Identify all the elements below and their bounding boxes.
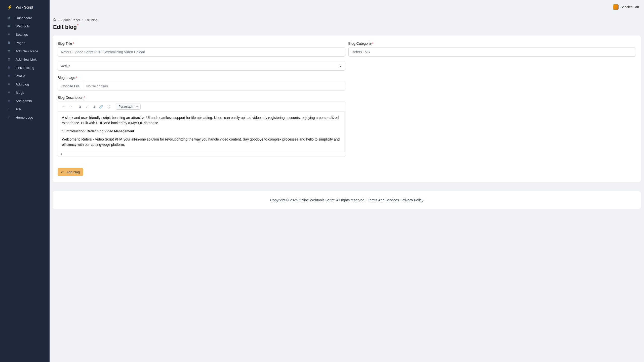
svg-point-9 xyxy=(9,110,9,110)
add-blog-button[interactable]: ▭ Add blog xyxy=(58,168,83,176)
sidebar-item-label: Blogs xyxy=(16,91,24,95)
file-status: No file chosen xyxy=(83,82,345,90)
layers-icon xyxy=(7,50,11,53)
svg-point-7 xyxy=(8,109,8,109)
italic-button[interactable]: I xyxy=(84,103,90,110)
sidebar-item-profile[interactable]: Profile xyxy=(0,72,50,80)
title-input[interactable] xyxy=(58,48,345,57)
file-input[interactable]: Choose File No file chosen xyxy=(58,82,345,90)
form-card: Blog Title* Blog Categorie* Active Blog xyxy=(53,35,641,182)
editor-body[interactable]: A sleek and user-friendly script, boasti… xyxy=(58,112,345,152)
doc-icon xyxy=(7,41,11,45)
user-menu[interactable]: Saadiee Lab xyxy=(613,4,639,10)
image-label: Blog image* xyxy=(58,76,345,80)
category-input[interactable] xyxy=(348,48,636,57)
sidebar-item-label: Dashboard xyxy=(16,16,32,20)
terms-link[interactable]: Terms And Services xyxy=(368,198,399,202)
sidebar-item-label: Links Listing xyxy=(16,66,34,70)
gear-icon xyxy=(7,99,11,103)
svg-point-10 xyxy=(8,117,8,118)
user-name: Saadiee Lab xyxy=(621,5,639,9)
sidebar-item-label: Profile xyxy=(16,74,25,78)
home-icon[interactable] xyxy=(53,18,56,22)
sidebar-item-label: Add admin xyxy=(16,99,32,103)
status-select[interactable]: Active xyxy=(58,62,345,71)
gear-icon xyxy=(7,74,11,78)
sidebar-item-label: Add blog xyxy=(16,82,29,86)
brand: ⚡ Ws - Script xyxy=(0,5,50,14)
rich-editor: ↶ ↷ B I U 🔗 ⛶ Paragraph xyxy=(58,102,345,157)
gear-icon xyxy=(7,33,11,36)
sidebar-item-add-new-link[interactable]: Add New Link xyxy=(0,55,50,64)
sidebar-item-webtools[interactable]: Webtools xyxy=(0,22,50,30)
breadcrumb: / Admin Panel / Edit blog xyxy=(53,14,641,23)
svg-point-11 xyxy=(9,116,9,117)
footer-copy: Copyright © 2024 Online Webtools Script.… xyxy=(270,198,365,202)
pie-icon xyxy=(7,16,11,20)
save-icon: ▭ xyxy=(61,170,64,174)
sidebar-item-pages[interactable]: Pages xyxy=(0,39,50,47)
sidebar-item-dashboard[interactable]: Dashboard xyxy=(0,14,50,22)
svg-rect-1 xyxy=(8,26,10,26)
layers-icon xyxy=(7,66,11,70)
page-title: Edit blog* xyxy=(53,23,79,35)
desc-label: Blog Description* xyxy=(58,96,345,100)
sidebar-item-label: Webtools xyxy=(16,24,30,28)
fullscreen-button[interactable]: ⛶ xyxy=(105,103,111,110)
sidebar-item-add-admin[interactable]: Add admin xyxy=(0,97,50,105)
category-label: Blog Categorie* xyxy=(348,41,636,46)
breadcrumb-sep: / xyxy=(82,18,83,22)
sidebar-item-links-listing[interactable]: Links Listing xyxy=(0,64,50,72)
sidebar-item-settings[interactable]: Settings xyxy=(0,30,50,39)
sidebar: ⚡ Ws - Script DashboardWebtoolsSettingsP… xyxy=(0,0,50,362)
choose-file-button[interactable]: Choose File xyxy=(58,82,83,90)
redo-button[interactable]: ↷ xyxy=(67,103,74,110)
editor-heading: 1. Introduction: Redefining Video Manage… xyxy=(62,129,340,134)
layers-icon xyxy=(7,58,11,61)
sidebar-item-label: Add New Page xyxy=(16,49,38,53)
sidebar-item-ads[interactable]: Ads xyxy=(0,105,50,113)
editor-paragraph: A sleek and user-friendly script, boasti… xyxy=(62,115,340,126)
card-icon xyxy=(7,25,11,28)
svg-point-8 xyxy=(9,108,9,109)
breadcrumb-sep: / xyxy=(58,18,59,22)
dots-icon xyxy=(7,108,11,111)
format-select[interactable]: Paragraph xyxy=(116,104,141,110)
svg-point-12 xyxy=(9,118,9,119)
sidebar-item-label: Home page xyxy=(16,116,33,119)
sidebar-item-add-new-page[interactable]: Add New Page xyxy=(0,47,50,55)
sidebar-item-label: Add New Link xyxy=(16,58,36,61)
topbar: Saadiee Lab xyxy=(50,0,644,14)
sidebar-item-add-blog[interactable]: Add blog xyxy=(0,80,50,88)
sidebar-item-label: Ads xyxy=(16,107,21,111)
underline-button[interactable]: U xyxy=(91,103,97,110)
bolt-icon: ⚡ xyxy=(7,5,12,10)
editor-paragraph: Welcome to Refers - Video Script PHP, yo… xyxy=(62,137,340,147)
undo-button[interactable]: ↶ xyxy=(60,103,67,110)
breadcrumb-current: Edit blog xyxy=(85,18,98,22)
avatar xyxy=(613,4,619,10)
brand-text: Ws - Script xyxy=(16,5,33,9)
sidebar-item-label: Pages xyxy=(16,41,25,45)
bold-button[interactable]: B xyxy=(76,103,83,110)
footer: Copyright © 2024 Online Webtools Script.… xyxy=(53,191,641,209)
privacy-link[interactable]: Privacy Policy xyxy=(401,198,423,202)
content: / Admin Panel / Edit blog Edit blog* Blo… xyxy=(50,14,644,223)
editor-toolbar: ↶ ↷ B I U 🔗 ⛶ Paragraph xyxy=(58,102,345,112)
title-label: Blog Title* xyxy=(58,41,345,46)
dots-icon xyxy=(7,116,11,119)
gear-icon xyxy=(7,91,11,95)
editor-status: P xyxy=(58,152,345,157)
nav-list: DashboardWebtoolsSettingsPagesAdd New Pa… xyxy=(0,14,50,122)
gear-icon xyxy=(7,83,11,86)
sidebar-item-label: Settings xyxy=(16,33,28,36)
sidebar-item-blogs[interactable]: Blogs xyxy=(0,88,50,97)
link-button[interactable]: 🔗 xyxy=(98,103,104,110)
sidebar-item-home-page[interactable]: Home page xyxy=(0,113,50,122)
breadcrumb-admin[interactable]: Admin Panel xyxy=(61,18,80,22)
main: Saadiee Lab / Admin Panel / Edit blog Ed… xyxy=(50,0,644,362)
